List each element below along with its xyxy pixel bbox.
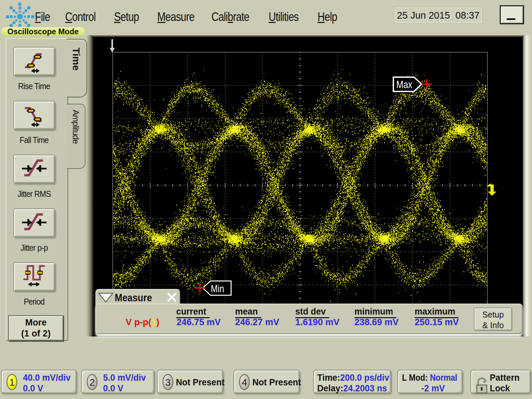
svg-text:Max: Max (396, 79, 412, 90)
svg-text:Min: Min (211, 283, 224, 295)
svg-text:Measure: Measure (115, 292, 152, 304)
